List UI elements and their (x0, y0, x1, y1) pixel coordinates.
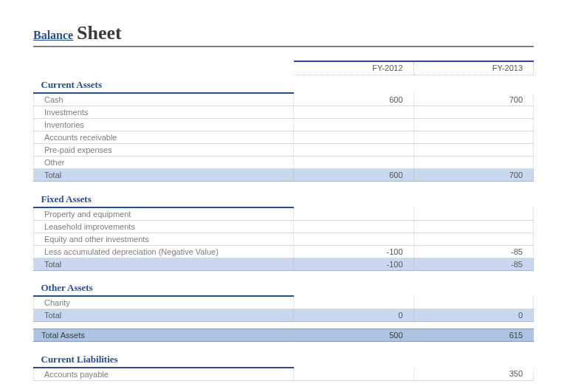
total-value: -100 (294, 258, 413, 270)
total-value: -85 (413, 258, 533, 270)
row-value (413, 296, 533, 309)
total-assets-value: 500 (294, 329, 413, 342)
row-value (413, 106, 533, 119)
total-value: 0 (294, 309, 413, 322)
row-label: Cash (34, 93, 294, 106)
row-value (413, 131, 533, 144)
row-label: Investments (34, 106, 294, 119)
section-other-assets: Other Assets (34, 278, 534, 296)
row-label: Leasehold improvements (34, 220, 294, 233)
row-label: Other (34, 157, 294, 169)
total-label: Total (34, 169, 294, 182)
table-row: Equity and other investments (34, 233, 534, 245)
row-label: Accounts payable (34, 368, 294, 381)
total-value: 600 (294, 169, 413, 182)
row-value (294, 368, 413, 381)
year-header-row: FY-2012 FY-2013 (34, 61, 534, 75)
total-label: Total (34, 258, 294, 270)
section-heading: Other Assets (34, 278, 294, 296)
row-value (294, 220, 413, 233)
year-2: FY-2013 (413, 61, 533, 75)
row-value: 700 (413, 93, 533, 106)
page-title: Balance Sheet (33, 22, 534, 47)
section-current-assets: Current Assets (34, 75, 534, 93)
table-row: Property and equipment (34, 207, 534, 221)
table-row: Cash600700 (34, 93, 534, 106)
row-value: 350 (413, 368, 533, 381)
section-total-row: Total600700 (34, 169, 534, 182)
row-value: -100 (294, 245, 413, 258)
table-row: Charity (34, 296, 534, 309)
row-label: Inventories (34, 119, 294, 131)
table-row: Inventories (34, 119, 534, 131)
section-heading: Current Assets (34, 75, 294, 93)
table-row: Pre-paid expenses (34, 144, 534, 157)
row-value (294, 131, 413, 144)
row-value (294, 144, 413, 157)
section-total-row: Total-100-85 (34, 258, 534, 270)
total-value: 0 (413, 309, 533, 322)
row-label: Accounts receivable (34, 131, 294, 144)
section-heading: Current Liabilities (34, 349, 294, 368)
table-row: Less accumulated depreciation (Negative … (34, 245, 534, 258)
balance-sheet-table: FY-2012 FY-2013 Current Assets Cash60070… (33, 61, 534, 381)
section-total-row: Total00 (34, 309, 534, 322)
title-part-2: Sheet (77, 22, 122, 44)
row-label: Pre-paid expenses (34, 144, 294, 157)
total-assets-value: 615 (413, 329, 533, 342)
row-value (413, 207, 533, 221)
table-row: Leasehold improvements (34, 220, 534, 233)
table-row: Investments (34, 106, 534, 119)
row-value: 600 (294, 93, 413, 106)
row-value (294, 106, 413, 119)
total-value: 700 (413, 169, 533, 182)
total-assets-row: Total Assets500615 (34, 329, 534, 342)
row-value (294, 157, 413, 169)
row-value (413, 220, 533, 233)
row-value (294, 233, 413, 245)
title-part-1: Balance (33, 29, 73, 41)
row-label: Charity (34, 296, 294, 309)
table-row: Accounts receivable (34, 131, 534, 144)
row-value (413, 119, 533, 131)
total-label: Total (34, 309, 294, 322)
row-value (413, 157, 533, 169)
row-label: Less accumulated depreciation (Negative … (34, 245, 294, 258)
section-current-liabilities: Current Liabilities (34, 349, 534, 368)
row-label: Equity and other investments (34, 233, 294, 245)
section-heading: Fixed Assets (34, 189, 294, 207)
row-label: Property and equipment (34, 207, 294, 221)
section-fixed-assets: Fixed Assets (34, 189, 534, 207)
row-value (413, 233, 533, 245)
row-value (413, 144, 533, 157)
total-assets-label: Total Assets (34, 329, 294, 342)
row-value (294, 207, 413, 221)
row-value: -85 (413, 245, 533, 258)
table-row: Other (34, 157, 534, 169)
table-row: Accounts payable350 (34, 368, 534, 381)
year-1: FY-2012 (294, 61, 413, 75)
row-value (294, 119, 413, 131)
row-value (294, 296, 413, 309)
